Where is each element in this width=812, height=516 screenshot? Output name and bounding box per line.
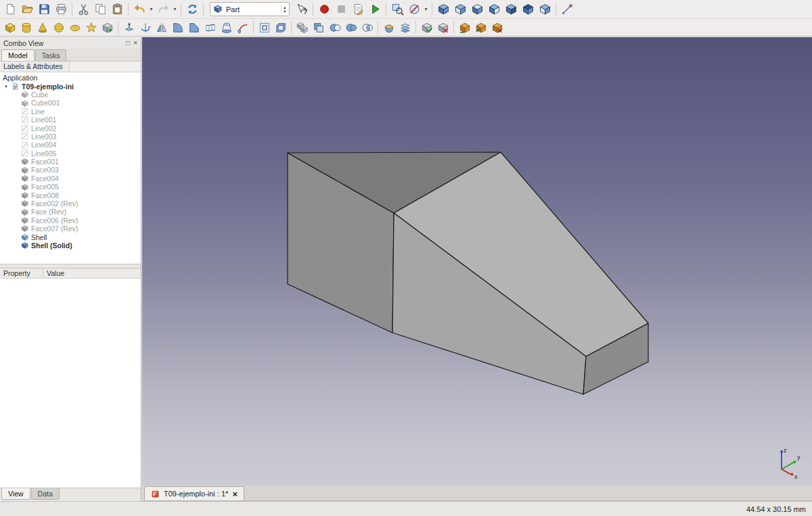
box-button[interactable] xyxy=(2,20,18,35)
macro-record-button[interactable] xyxy=(316,1,332,18)
loft-button[interactable] xyxy=(219,20,234,35)
tree-item-cube[interactable]: Cube xyxy=(0,91,141,99)
tree-item-face002-rev[interactable]: Face002 (Rev) xyxy=(0,200,141,208)
tree-item-face004[interactable]: Face004 xyxy=(0,174,141,183)
save-button[interactable] xyxy=(36,1,52,18)
tree-item-shell-solid[interactable]: Shell (Solid) xyxy=(0,241,141,250)
tree-item-face006-rev[interactable]: Face006 (Rev) xyxy=(0,216,141,225)
tree-item-shell[interactable]: Shell xyxy=(0,233,141,241)
shape-builder-button[interactable] xyxy=(99,20,115,35)
redo-icon xyxy=(157,3,170,16)
value-column-header[interactable]: Value xyxy=(43,268,141,278)
mirror-button[interactable] xyxy=(154,20,169,35)
close-document-icon[interactable]: × xyxy=(232,490,238,498)
combo-spin-icon[interactable]: ▴▾ xyxy=(281,5,288,13)
check-geometry-button[interactable] xyxy=(419,20,434,35)
thickness-button[interactable] xyxy=(273,20,288,35)
3d-viewport[interactable]: z y x xyxy=(142,37,812,486)
boolean-button[interactable] xyxy=(311,20,326,35)
close-panel-icon[interactable]: × xyxy=(133,40,137,47)
expander-icon[interactable]: ▾ xyxy=(3,84,9,89)
view-rear-button[interactable] xyxy=(503,1,519,18)
object-face-icon xyxy=(20,191,29,200)
cut-button[interactable] xyxy=(75,1,91,18)
model-shape[interactable] xyxy=(142,37,812,486)
chamfer-button[interactable] xyxy=(186,20,202,35)
workbench-selector[interactable]: Part▴▾ xyxy=(210,2,290,16)
tree-item-face001[interactable]: Face001 xyxy=(0,158,141,166)
view-right-button[interactable] xyxy=(486,1,502,18)
boolean-intersection-button[interactable] xyxy=(359,20,375,35)
redo-button[interactable] xyxy=(155,1,171,18)
copy-button[interactable] xyxy=(92,1,108,18)
tab-model[interactable]: Model xyxy=(1,49,35,61)
torus-button[interactable] xyxy=(67,20,83,35)
undo-button[interactable] xyxy=(131,1,148,18)
document-tab[interactable]: T09-ejemplo-ini : 1* × xyxy=(144,486,244,500)
macro-execute-button[interactable] xyxy=(367,1,383,18)
tab-data[interactable]: Data xyxy=(31,488,60,500)
tree-item-document[interactable]: ▾ T09-ejemplo-ini xyxy=(0,82,141,90)
dock-float-icon[interactable]: □ xyxy=(126,40,130,47)
property-column-header[interactable]: Property xyxy=(0,268,43,278)
tab-view[interactable]: View xyxy=(1,488,30,500)
tree-item-application[interactable]: Application xyxy=(0,74,141,82)
view-top-button[interactable] xyxy=(469,1,485,18)
tree-item-face007-rev[interactable]: Face007 (Rev) xyxy=(0,225,141,233)
fillet-button[interactable] xyxy=(170,20,185,35)
whats-this-button[interactable]: ? xyxy=(294,1,310,18)
draw-style-button[interactable] xyxy=(406,1,422,18)
cone-button[interactable] xyxy=(35,20,50,35)
paste-button[interactable] xyxy=(109,1,125,18)
tab-tasks[interactable]: Tasks xyxy=(35,49,67,61)
tree-item-line004[interactable]: Line004 xyxy=(0,141,141,149)
refresh-icon xyxy=(186,3,199,16)
draw-style-button-dropdown[interactable]: ▾ xyxy=(423,6,429,12)
macro-stop-button[interactable] xyxy=(333,1,349,18)
compound-button[interactable] xyxy=(294,20,310,35)
view-front-button[interactable] xyxy=(452,1,468,18)
view-left-button[interactable] xyxy=(537,1,553,18)
save-icon xyxy=(38,3,51,16)
view-axonometric-button[interactable] xyxy=(435,1,451,18)
extrude-button[interactable] xyxy=(121,20,137,35)
tree-item-face003[interactable]: Face003 xyxy=(0,166,141,174)
tree-item-face005[interactable]: Face005 xyxy=(0,183,141,191)
boolean-union-button[interactable] xyxy=(343,20,359,35)
tree-item-cube001[interactable]: Cube001 xyxy=(0,99,141,107)
redo-button-dropdown[interactable]: ▾ xyxy=(172,6,178,12)
defeaturing-button[interactable] xyxy=(435,20,451,35)
tree-item-face-rev[interactable]: Face (Rev) xyxy=(0,208,141,216)
view-bottom-button[interactable] xyxy=(520,1,536,18)
open-button[interactable] xyxy=(19,1,35,18)
join-cutout-button[interactable] xyxy=(489,20,505,35)
tree-item-line001[interactable]: Line001 xyxy=(0,116,141,124)
revolve-button[interactable] xyxy=(137,20,153,35)
fit-all-button[interactable] xyxy=(389,1,405,18)
undo-button-dropdown[interactable]: ▾ xyxy=(148,6,154,12)
macros-dialog-button[interactable] xyxy=(350,1,366,18)
measure-distance-button[interactable] xyxy=(559,1,575,18)
sphere-button[interactable] xyxy=(51,20,66,35)
offset-button[interactable] xyxy=(256,20,272,35)
tree-item-line003[interactable]: Line003 xyxy=(0,133,141,141)
boolean-cut-button[interactable] xyxy=(327,20,342,35)
join-embed-button[interactable] xyxy=(473,20,489,35)
combo-view-tabs: Model Tasks xyxy=(0,49,141,62)
create-primitives-button[interactable] xyxy=(83,20,99,35)
sweep-button[interactable] xyxy=(235,20,250,35)
print-button[interactable] xyxy=(53,1,69,18)
ruled-surface-button[interactable] xyxy=(202,20,218,35)
refresh-button[interactable] xyxy=(184,1,200,18)
tree-item-line002[interactable]: Line002 xyxy=(0,124,141,132)
labels-attributes-header[interactable]: Labels & Attributes xyxy=(0,62,70,72)
tree-item-line005[interactable]: Line005 xyxy=(0,149,141,158)
section-button[interactable] xyxy=(381,20,397,35)
cylinder-button[interactable] xyxy=(18,20,34,35)
new-document-button[interactable] xyxy=(2,1,18,18)
join-connect-button[interactable] xyxy=(457,20,472,35)
tree-item-line[interactable]: Line xyxy=(0,108,141,116)
cross-sections-button[interactable] xyxy=(397,20,413,35)
property-editor-area xyxy=(0,279,141,488)
tree-item-face008[interactable]: Face008 xyxy=(0,191,141,199)
